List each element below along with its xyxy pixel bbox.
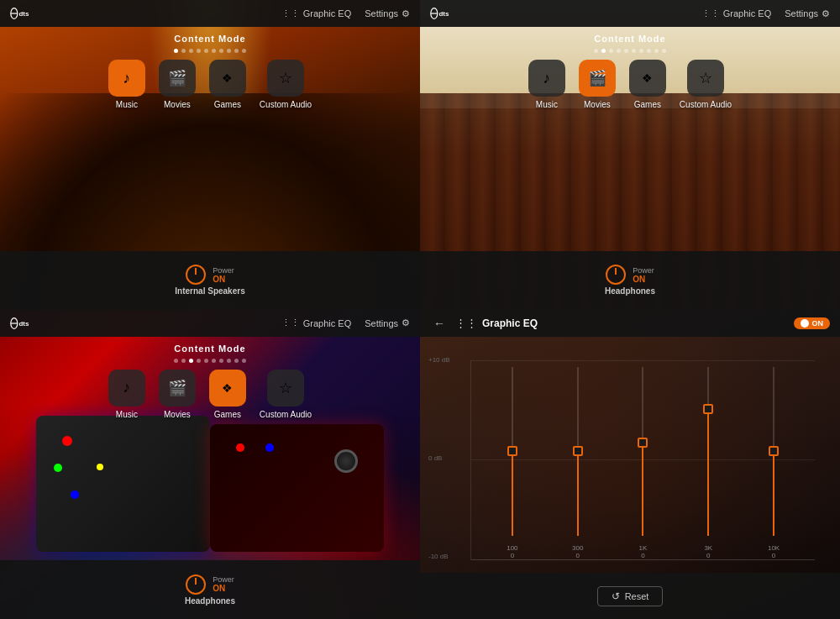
content-mode-label-tr: Content Mode xyxy=(420,34,840,44)
output-label-bl: Headphones xyxy=(185,596,235,606)
mode-music-tl[interactable]: ♪ Music xyxy=(108,60,145,109)
dot-tr-2 xyxy=(601,49,606,53)
nav-settings-tl[interactable]: Settings ⚙ xyxy=(365,8,410,19)
panel-bottom-left: dts ⋮⋮ Graphic EQ Settings ⚙ Content Mod… xyxy=(0,310,420,620)
eq-title-row: ⋮⋮ Graphic EQ xyxy=(455,317,538,329)
eq-slider-300[interactable]: 300 0 xyxy=(561,360,595,560)
panel-top-left: dts ⋮⋮ Graphic EQ Settings ⚙ Content Mod… xyxy=(0,0,420,310)
mode-custom-tl[interactable]: ☆ Custom Audio xyxy=(260,60,312,109)
eq-toggle-dot xyxy=(801,319,809,328)
eq-fill-10k xyxy=(773,451,774,536)
mode-music-bl[interactable]: ♪ Music xyxy=(108,370,145,419)
mode-dots-tr xyxy=(420,49,840,53)
settings-icon-tl: ⚙ xyxy=(402,8,410,19)
dot-bl-7 xyxy=(219,359,223,363)
eq-title-text: Graphic EQ xyxy=(482,317,538,329)
dot-bl-8 xyxy=(227,359,231,363)
bottom-bar-tr: Power ON Headphones xyxy=(420,251,840,310)
eq-track-10k xyxy=(773,367,774,537)
power-label-bl: Power xyxy=(213,575,234,584)
eq-handle-10k[interactable] xyxy=(769,446,779,456)
eq-track-300 xyxy=(577,367,579,537)
eq-toggle-label: ON xyxy=(812,319,824,328)
power-status-bl: ON xyxy=(213,584,225,593)
eq-icon-bl: ⋮⋮ xyxy=(281,317,300,328)
eq-track-100 xyxy=(512,367,513,537)
reset-button[interactable]: ↺ Reset xyxy=(597,586,664,606)
mode-movies-icon-tr: 🎬 xyxy=(579,60,616,97)
eq-toggle[interactable]: ON xyxy=(794,317,831,329)
dts-logo-icon: dts xyxy=(10,7,30,20)
mode-movies-tl[interactable]: 🎬 Movies xyxy=(159,60,196,109)
eq-back-button[interactable]: ← xyxy=(430,317,449,330)
mode-games-icon-bl: ❖ xyxy=(209,370,246,407)
dot-tr-7 xyxy=(639,49,643,53)
dot-bl-10 xyxy=(242,359,246,363)
dot-tr-1 xyxy=(594,49,598,53)
power-status-tl: ON xyxy=(213,275,225,284)
eq-handle-1k[interactable] xyxy=(638,438,648,448)
mode-dots-bl xyxy=(0,359,420,363)
navbar-top-left: dts ⋮⋮ Graphic EQ Settings ⚙ xyxy=(0,0,420,27)
dot-9 xyxy=(234,49,239,53)
dot-bl-1 xyxy=(174,359,178,363)
dts-logo-top-left: dts xyxy=(10,7,30,20)
power-row-bl: Power ON xyxy=(186,574,234,595)
dot-2 xyxy=(181,49,186,53)
eq-slider-1k[interactable]: 1K 0 xyxy=(626,360,659,560)
mode-music-icon-bl: ♪ xyxy=(108,370,145,407)
dot-tr-8 xyxy=(647,49,651,53)
eq-title-icon: ⋮⋮ xyxy=(455,317,477,329)
eq-slider-10k[interactable]: 10K 0 xyxy=(757,360,790,560)
power-icon-tr[interactable] xyxy=(606,265,626,285)
dot-10 xyxy=(242,49,246,53)
dot-tr-9 xyxy=(654,49,659,53)
content-mode-label-tl: Content Mode xyxy=(0,34,420,44)
eq-icon-tr: ⋮⋮ xyxy=(701,8,720,19)
output-label-tl: Internal Speakers xyxy=(175,286,244,296)
nav-graphic-eq-bl[interactable]: ⋮⋮ Graphic EQ xyxy=(281,317,351,328)
dot-tr-5 xyxy=(624,49,628,53)
power-icon-tl[interactable] xyxy=(186,265,206,285)
settings-icon-bl: ⚙ xyxy=(402,317,410,328)
svg-text:dts: dts xyxy=(18,320,29,328)
reset-icon: ↺ xyxy=(612,590,620,602)
eq-slider-3k[interactable]: 3K 0 xyxy=(691,360,725,560)
eq-handle-3k[interactable] xyxy=(703,404,713,414)
eq-slider-100[interactable]: 100 0 xyxy=(496,360,529,560)
dot-bl-5 xyxy=(204,359,208,363)
eq-sliders-row: 100 0 300 0 xyxy=(471,360,815,560)
nav-graphic-eq-tl[interactable]: ⋮⋮ Graphic EQ xyxy=(281,8,351,19)
eq-fill-100 xyxy=(512,451,513,536)
eq-handle-300[interactable] xyxy=(573,446,583,456)
dot-tr-10 xyxy=(662,49,666,53)
mode-music-tr[interactable]: ♪ Music xyxy=(528,60,565,109)
mode-movies-tr[interactable]: 🎬 Movies xyxy=(579,60,616,109)
mode-games-bl[interactable]: ❖ Games xyxy=(209,370,246,419)
dts-logo-tr: dts xyxy=(430,7,450,20)
mode-custom-bl[interactable]: ☆ Custom Audio xyxy=(260,370,312,419)
eq-fill-300 xyxy=(577,451,579,536)
eq-track-1k xyxy=(642,367,643,537)
mode-custom-tr[interactable]: ☆ Custom Audio xyxy=(680,60,732,109)
dot-bl-3 xyxy=(189,359,193,363)
dot-4 xyxy=(197,49,201,53)
eq-handle-100[interactable] xyxy=(507,446,517,456)
dot-tr-6 xyxy=(632,49,636,53)
mode-dots-tl xyxy=(0,49,420,53)
dts-logo-bl: dts xyxy=(10,317,30,330)
dot-7 xyxy=(219,49,223,53)
nav-settings-tr[interactable]: Settings ⚙ xyxy=(785,8,830,19)
mode-custom-icon-tl: ☆ xyxy=(267,60,304,97)
mode-games-tr[interactable]: ❖ Games xyxy=(629,60,666,109)
power-icon-bl[interactable] xyxy=(186,574,206,595)
mode-icons-bl: ♪ Music 🎬 Movies ❖ Games ☆ Custom Audio xyxy=(0,370,420,419)
nav-settings-bl[interactable]: Settings ⚙ xyxy=(365,317,410,328)
panel-top-right: dts ⋮⋮ Graphic EQ Settings ⚙ Content Mod… xyxy=(420,0,840,310)
mode-games-tl[interactable]: ❖ Games xyxy=(209,60,246,109)
nav-graphic-eq-tr[interactable]: ⋮⋮ Graphic EQ xyxy=(701,8,771,19)
svg-text:dts: dts xyxy=(18,10,29,18)
svg-text:dts: dts xyxy=(438,10,449,18)
dts-logo-icon-bl: dts xyxy=(10,317,30,330)
mode-movies-bl[interactable]: 🎬 Movies xyxy=(159,370,196,419)
